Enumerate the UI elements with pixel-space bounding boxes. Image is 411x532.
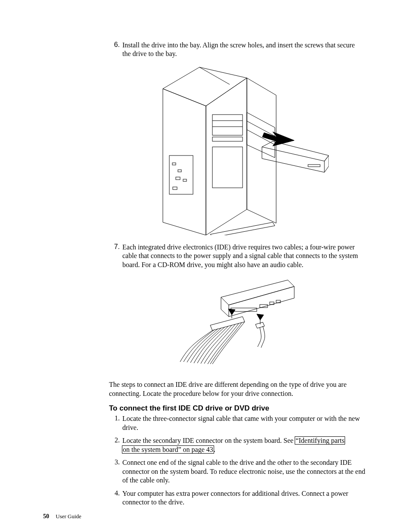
step-text: Install the drive into the bay. Align th… (122, 41, 363, 59)
step-text: Locate the secondary IDE connector on th… (122, 436, 367, 454)
page-footer: 50 User Guide (43, 513, 81, 520)
step-number: 4. (109, 489, 122, 507)
step-number: 3. (109, 458, 122, 485)
text-before: Locate the secondary IDE connector on th… (122, 437, 295, 444)
sub-steps-list: 1. Locate the three-connector signal cab… (109, 414, 367, 507)
svg-rect-10 (173, 187, 177, 190)
substep-2: 2. Locate the secondary IDE connector on… (109, 436, 367, 454)
outer-steps-list-2: 7. Each integrated drive electronics (ID… (109, 243, 363, 269)
figure-cable-connect (109, 274, 363, 373)
ide-cable-diagram (171, 274, 301, 373)
content-column: 6. Install the drive into the bay. Align… (109, 41, 363, 373)
page-content: 6. Install the drive into the bay. Align… (43, 41, 371, 511)
step-number: 1. (109, 414, 122, 432)
text-after: . (214, 446, 215, 453)
step-number: 2. (109, 436, 122, 454)
svg-rect-3 (212, 137, 243, 141)
svg-rect-13 (308, 165, 320, 167)
drive-bay-diagram (143, 63, 329, 235)
svg-line-11 (247, 121, 275, 136)
crossref-link[interactable]: on the system board” on page 43 (122, 445, 214, 454)
figure-drive-bay (109, 63, 363, 235)
substep-4: 4. Your computer has extra power connect… (109, 489, 367, 507)
step-text: Your computer has extra power connectors… (122, 489, 367, 507)
crossref-link[interactable]: “Identifying parts (295, 436, 345, 445)
svg-rect-8 (176, 177, 180, 180)
svg-rect-6 (172, 163, 176, 165)
step-text: Connect one end of the signal cable to t… (122, 458, 367, 485)
step-text: Locate the three-connector signal cable … (122, 414, 367, 432)
mid-paragraph: The steps to connect an IDE drive are di… (109, 380, 367, 398)
svg-rect-7 (178, 170, 181, 172)
page-number: 50 (43, 513, 49, 520)
svg-rect-0 (212, 115, 243, 135)
outer-steps-list: 6. Install the drive into the bay. Align… (109, 41, 363, 59)
step-6: 6. Install the drive into the bay. Align… (109, 41, 363, 59)
step-7: 7. Each integrated drive electronics (ID… (109, 243, 363, 269)
subhead: To connect the first IDE CD drive or DVD… (109, 404, 367, 413)
footer-label: User Guide (56, 513, 81, 520)
svg-rect-4 (212, 147, 243, 188)
substep-3: 3. Connect one end of the signal cable t… (109, 458, 367, 485)
step-number: 7. (109, 243, 122, 269)
step-text: Each integrated drive electronics (IDE) … (122, 243, 363, 269)
substep-1: 1. Locate the three-connector signal cab… (109, 414, 367, 432)
svg-rect-9 (183, 179, 187, 181)
step-number: 6. (109, 41, 122, 59)
subsection: To connect the first IDE CD drive or DVD… (109, 404, 367, 507)
